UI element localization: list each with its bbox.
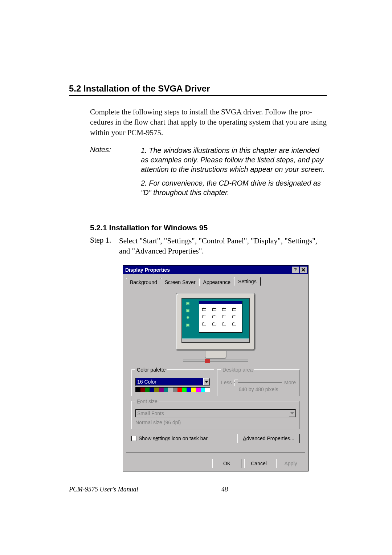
section-title: 5.2 Installation of the SVGA Driver <box>69 84 327 96</box>
subsection-title: 5.2.1 Installation for Windows 95 <box>90 223 327 232</box>
desktop-area-slider[interactable]: Less More <box>221 379 296 386</box>
notes-block: Notes: 1. The windows illustrations in t… <box>90 146 327 202</box>
tabs-bar: Background Screen Saver Appearance Setti… <box>126 276 305 286</box>
font-size-legend: Font size <box>135 398 159 404</box>
step-body: Select "Start", "Settings", "Control Pan… <box>119 236 327 256</box>
chevron-down-icon[interactable] <box>203 378 210 385</box>
help-button[interactable]: ? <box>292 267 299 273</box>
slider-more-label: More <box>284 380 296 385</box>
tab-screen-saver[interactable]: Screen Saver <box>161 278 200 286</box>
footer-page-number: 48 <box>221 486 258 493</box>
desktop-area-resolution: 640 by 480 pixels <box>221 386 296 392</box>
advanced-properties-button[interactable]: Advanced Properties... <box>237 434 300 443</box>
font-size-value: Small Fonts <box>136 410 289 417</box>
tab-settings[interactable]: Settings <box>234 277 261 286</box>
note-2: 2. For convenience, the CD-ROM drive is … <box>141 178 327 197</box>
font-size-group: Font size Small Fonts Normal size (96 dp… <box>131 398 300 429</box>
notes-label: Notes: <box>90 146 141 202</box>
color-palette-combo[interactable]: 16 Color <box>135 378 210 386</box>
footer-manual-name: PCM-9575 User's Manual <box>69 486 221 493</box>
settings-panel: ▣ ▣ ✺ ▣ 🗀🗀🗀🗀 🗀🗀🗀🗀 🗀🗀🗀🗀 <box>126 286 305 453</box>
ok-button[interactable]: OK <box>212 459 241 468</box>
color-palette-group: Color palette 16 Color <box>131 367 214 396</box>
cancel-button[interactable]: Cancel <box>244 459 273 468</box>
close-button[interactable] <box>300 267 307 273</box>
font-size-combo: Small Fonts <box>135 409 296 417</box>
color-palette-value: 16 Color <box>136 378 203 385</box>
slider-less-label: Less <box>221 380 232 385</box>
chevron-down-icon <box>289 410 295 417</box>
section-intro: Complete the following steps to install … <box>90 107 327 138</box>
show-settings-icon-checkbox[interactable]: Show settings icon on task bar <box>131 436 208 441</box>
titlebar[interactable]: Display Properties ? <box>123 266 308 274</box>
page-footer: PCM-9575 User's Manual 48 <box>69 486 258 493</box>
checkbox-icon[interactable] <box>131 436 136 441</box>
font-size-detail: Normal size (96 dpi) <box>135 420 296 425</box>
palette-swatches <box>135 387 210 392</box>
dialog-title: Display Properties <box>125 267 170 273</box>
display-properties-dialog: Display Properties ? Background Screen S… <box>123 265 309 471</box>
desktop-area-group: Desktop area Less More 640 by 480 pixels <box>217 367 300 396</box>
apply-button: Apply <box>276 459 305 468</box>
note-1: 1. The windows illustrations in this cha… <box>141 146 327 174</box>
step-label: Step 1. <box>90 236 119 256</box>
tab-appearance[interactable]: Appearance <box>199 278 235 286</box>
desktop-area-legend: Desktop area <box>221 367 254 373</box>
monitor-preview: ▣ ▣ ✺ ▣ 🗀🗀🗀🗀 🗀🗀🗀🗀 🗀🗀🗀🗀 <box>168 293 263 365</box>
step-row: Step 1. Select "Start", "Settings", "Con… <box>90 236 327 256</box>
color-palette-legend: Color palette <box>135 367 167 373</box>
checkbox-label: Show settings icon on task bar <box>139 436 208 441</box>
tab-background[interactable]: Background <box>126 278 161 286</box>
